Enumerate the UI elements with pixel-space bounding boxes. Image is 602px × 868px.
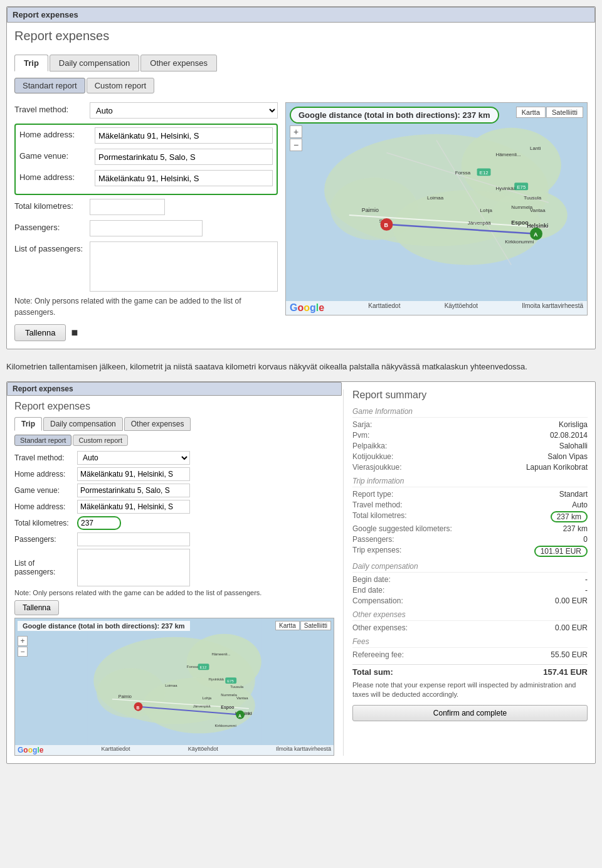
sub-tab-standart[interactable]: Standart report (14, 78, 85, 93)
save-row: Tallenna ■ (14, 324, 278, 341)
svg-text:B: B (384, 222, 388, 228)
s2-home-input[interactable] (77, 467, 190, 481)
second-panel-heading: Report expenses (14, 401, 334, 412)
small-map-controls: + − (18, 636, 28, 657)
google-km-value: 237 km (563, 524, 588, 533)
game-venue-row: Game venue: (19, 149, 273, 166)
svg-text:E75: E75 (227, 679, 234, 683)
s2-venue-input[interactable] (77, 484, 190, 497)
total-value: 157.41 EUR (543, 667, 588, 677)
list-passengers-label: List of passengers: (14, 241, 90, 253)
summary-passengers-label: Passengers: (352, 535, 440, 544)
form-section: Travel method: Auto Home address: Game v… (14, 102, 278, 341)
total-km-row: Total kilometres: (14, 199, 278, 216)
second-sub-standart[interactable]: Standart report (14, 435, 71, 446)
main-tabs: Trip Daily compensation Other expenses (14, 55, 588, 71)
summary-report-type-row: Report type: Standart (352, 490, 588, 499)
home-address2-row: Home address: (19, 170, 273, 188)
confirm-button[interactable]: Confirm and complete (352, 705, 588, 721)
s2-km-row: Total kilometres: (14, 516, 334, 530)
game-venue-input[interactable] (95, 149, 273, 165)
summary-total-row: Total sum: 157.41 EUR (352, 664, 588, 677)
s2-list-label: List of passengers: (14, 559, 77, 576)
small-kartta-btn[interactable]: Kartta (275, 621, 300, 630)
small-google-logo: Google (18, 746, 43, 754)
trip-expenses-value: 101.91 EUR (534, 546, 588, 557)
s2-home2-input[interactable] (77, 500, 190, 514)
tab-daily-compensation[interactable]: Daily compensation (50, 55, 139, 71)
second-panel-left: Report expenses Report expenses Trip Dai… (14, 389, 334, 756)
s2-passengers-row: Passengers: (14, 532, 334, 546)
map-footer: Google Karttatiedot Käyttöehdot Ilmoita … (286, 301, 587, 315)
report-type-label: Report type: (352, 490, 440, 499)
s2-save-button[interactable]: Tallenna (14, 600, 59, 615)
svg-text:Vantaa: Vantaa (530, 208, 546, 213)
small-footer-mid: Käyttöehdot (188, 746, 218, 754)
s2-travel-row: Travel method: Auto (14, 451, 334, 465)
bullet-symbol: ■ (71, 326, 78, 339)
summary-pelpaikka-row: Pelpaikka: Salohalli (352, 442, 588, 450)
panel1-heading: Report expenses (14, 29, 588, 47)
save-button[interactable]: Tallenna (14, 324, 66, 341)
s2-passengers-input[interactable] (77, 532, 190, 546)
tab-trip[interactable]: Trip (14, 55, 48, 71)
map-zoom-out-button[interactable]: − (290, 139, 302, 151)
s2-home-label: Home address: (14, 470, 77, 479)
s2-home-row: Home address: (14, 467, 334, 481)
summary-travel-label: Travel method: (352, 500, 440, 509)
tab-other-expenses[interactable]: Other expenses (140, 55, 217, 71)
passengers-row: Passengers: (14, 220, 278, 238)
summary-vierasjoukkue-row: Vierasjoukkue: Lapuan Korikobrat (352, 463, 588, 472)
summary-title: Report summary (352, 389, 588, 401)
small-zoom-out[interactable]: − (18, 647, 28, 657)
home-address2-input[interactable] (95, 170, 273, 186)
total-km-label: Total kilometres: (14, 199, 90, 211)
vierasjoukkue-value: Lapuan Korikobrat (526, 463, 588, 472)
second-tab-trip[interactable]: Trip (14, 417, 42, 431)
svg-text:Espoo: Espoo (511, 220, 529, 226)
list-passengers-textarea[interactable] (90, 241, 278, 292)
other-expenses-section-title: Other expenses (352, 610, 588, 621)
google-km-label: Google suggested kilometers: (352, 524, 452, 533)
end-date-label: End date: (352, 586, 440, 595)
address-group: Home address: Game venue: Home address: (14, 124, 278, 195)
fees-section-title: Fees (352, 637, 588, 648)
first-panel: Report expenses Report expenses Trip Dai… (6, 6, 596, 349)
second-sub-tabs: Standart report Custom report (14, 435, 334, 446)
second-panel: Report expenses Report expenses Trip Dai… (6, 381, 596, 764)
second-tab-daily[interactable]: Daily compensation (43, 417, 123, 431)
s2-km-input[interactable] (77, 516, 121, 530)
s2-list-textarea[interactable] (77, 549, 190, 586)
summary-panel: Report summary Game Information Sarja: K… (343, 389, 588, 756)
summary-total-km-label: Total kilometres: (352, 511, 440, 522)
second-main-tabs: Trip Daily compensation Other expenses (14, 417, 334, 431)
s2-venue-label: Game venue: (14, 486, 77, 495)
svg-text:Hyvinkää: Hyvinkää (209, 677, 224, 681)
summary-total-km-row: Total kilometres: 237 km (352, 511, 588, 522)
map-footer-left: Karttatiedot (368, 302, 400, 314)
home-address2-label: Home address: (19, 170, 95, 182)
panel1-title: Report expenses (13, 10, 78, 19)
passengers-input[interactable] (90, 220, 203, 236)
travel-method-select[interactable]: Auto (90, 102, 278, 119)
satelliitti-button[interactable]: Satelliitti (546, 107, 583, 118)
small-footer-right: Ilmoita karttavirheestä (276, 746, 331, 754)
game-info-section-title: Game Information (352, 407, 588, 418)
home-address-label: Home address: (19, 127, 95, 139)
total-km-input[interactable] (90, 199, 165, 215)
kartta-button[interactable]: Kartta (516, 107, 546, 118)
travel-method-row: Travel method: Auto (14, 102, 278, 120)
small-satelliitti-btn[interactable]: Satelliitti (300, 621, 331, 630)
svg-text:Hyvinkää: Hyvinkää (495, 186, 516, 191)
second-tab-other[interactable]: Other expenses (124, 417, 191, 431)
home-address-input[interactable] (95, 127, 273, 144)
map-zoom-in-button[interactable]: + (290, 125, 302, 138)
map-footer-right: Ilmoita karttavirheestä (522, 302, 583, 314)
sub-tab-custom[interactable]: Custom report (87, 78, 154, 93)
second-sub-custom[interactable]: Custom report (73, 435, 128, 446)
small-map-type-btns: Kartta Satelliitti (275, 621, 331, 630)
pvm-value: 02.08.2014 (550, 431, 588, 440)
small-zoom-in[interactable]: + (18, 636, 28, 646)
svg-text:B: B (137, 705, 140, 709)
s2-travel-select[interactable]: Auto (77, 451, 190, 465)
